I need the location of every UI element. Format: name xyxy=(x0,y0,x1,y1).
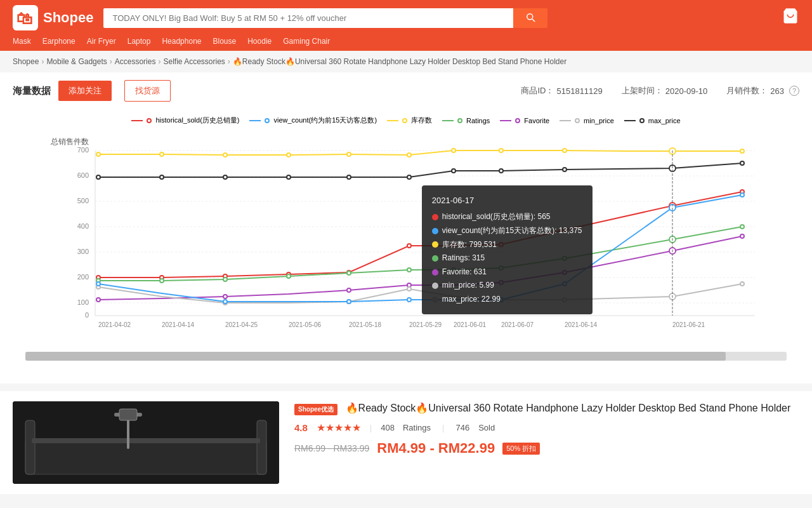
cart-button[interactable] xyxy=(782,7,799,29)
shopee-badge: Shopee优选 xyxy=(294,404,337,415)
chart-scrollbar[interactable] xyxy=(25,352,787,361)
sold-count: 746 xyxy=(455,423,469,432)
breadcrumb-shopee[interactable]: Shopee xyxy=(13,57,39,66)
svg-text:0: 0 xyxy=(85,311,89,319)
breadcrumb-mobile-gadgets[interactable]: Mobile & Gadgets xyxy=(46,57,107,66)
svg-point-38 xyxy=(499,149,503,152)
svg-point-39 xyxy=(563,149,566,152)
tooltip-dot-max-price xyxy=(432,297,438,303)
search-button[interactable] xyxy=(513,8,547,28)
svg-text:200: 200 xyxy=(77,273,89,281)
find-source-button[interactable]: 找货源 xyxy=(124,80,171,102)
svg-text:2021-04-25: 2021-04-25 xyxy=(225,321,258,328)
legend-view-count: view_count(约为前15天访客总数) xyxy=(249,116,377,125)
svg-point-44 xyxy=(223,175,227,179)
chart-scrollbar-thumb[interactable] xyxy=(25,352,726,361)
product-info: Shopee优选 🔥Ready Stock🔥Universal 360 Rota… xyxy=(279,401,799,484)
search-bar xyxy=(103,8,547,28)
breadcrumb-selfie-accessories[interactable]: Selfie Accessories xyxy=(163,57,225,66)
svg-point-49 xyxy=(499,169,503,173)
logo[interactable]: 🛍 Shopee xyxy=(13,5,93,30)
legend-favorite: Favorite xyxy=(500,116,549,125)
svg-point-93 xyxy=(347,300,351,304)
nav-links: Mask Earphone Air Fryer Laptop Headphone… xyxy=(0,36,812,51)
legend-ratings: Ratings xyxy=(442,116,490,125)
svg-point-94 xyxy=(407,298,411,302)
nav-headphone[interactable]: Headphone xyxy=(162,37,201,46)
svg-text:2021-06-07: 2021-06-07 xyxy=(501,321,534,328)
discount-badge: 50% 折扣 xyxy=(502,443,540,455)
header: 🛍 Shopee xyxy=(0,0,812,36)
product-image xyxy=(13,401,279,484)
chart-legend: historical_sold(历史总销量) view_count(约为前15天… xyxy=(19,116,793,125)
nav-hoodie[interactable]: Hoodie xyxy=(247,37,272,46)
tooltip-dot-inventory xyxy=(432,241,438,248)
svg-point-69 xyxy=(407,268,411,272)
svg-point-98 xyxy=(740,193,744,197)
svg-point-76 xyxy=(223,295,227,298)
svg-rect-103 xyxy=(257,420,266,474)
svg-point-66 xyxy=(223,277,227,281)
svg-text:300: 300 xyxy=(77,248,89,255)
analytics-section: 海量数据 添加关注 找货源 商品ID： 5151811129 上架时间： 202… xyxy=(0,72,812,384)
nav-earphone[interactable]: Earphone xyxy=(43,37,75,46)
svg-text:400: 400 xyxy=(77,222,89,230)
nav-laptop[interactable]: Laptop xyxy=(128,37,151,46)
tooltip-row-ratings: Ratings: 315 xyxy=(432,251,582,265)
svg-point-77 xyxy=(347,288,351,292)
chart-container: historical_sold(历史总销量) view_count(约为前15天… xyxy=(13,109,799,376)
product-stats: 4.8 ★★★★★ | 408 Ratings | 746 Sold xyxy=(294,422,799,434)
tooltip-row-min-price: min_price: 5.99 xyxy=(432,279,582,293)
nav-blouse[interactable]: Blouse xyxy=(213,37,236,46)
list-time-label: 上架时间： 2020-09-10 xyxy=(622,85,708,97)
tooltip-date: 2021-06-17 xyxy=(432,193,582,208)
svg-rect-107 xyxy=(119,409,137,420)
rating-stars: ★★★★★ xyxy=(317,422,361,434)
tooltip-dot-historical xyxy=(432,214,438,220)
svg-point-43 xyxy=(160,175,164,179)
svg-text:2021-05-18: 2021-05-18 xyxy=(349,321,382,328)
nav-mask[interactable]: Mask xyxy=(13,37,31,46)
breadcrumb: Shopee › Mobile & Gadgets › Accessories … xyxy=(0,51,812,72)
svg-point-42 xyxy=(96,175,100,179)
svg-rect-101 xyxy=(25,439,266,474)
svg-text:2021-06-01: 2021-06-01 xyxy=(454,321,487,328)
svg-point-74 xyxy=(740,225,744,229)
svg-rect-102 xyxy=(25,420,35,474)
svg-text:2021-04-02: 2021-04-02 xyxy=(98,321,131,328)
product-id-label: 商品ID： 5151811129 xyxy=(521,85,602,97)
search-icon xyxy=(525,11,536,23)
svg-point-41 xyxy=(740,149,744,153)
tooltip-row-max-price: max_price: 22.99 xyxy=(432,293,582,307)
breadcrumb-accessories[interactable]: Accessories xyxy=(115,57,156,66)
svg-text:100: 100 xyxy=(77,298,89,306)
add-follow-button[interactable]: 添加关注 xyxy=(58,81,112,101)
search-input[interactable] xyxy=(103,8,513,28)
analytics-title: 海量数据 xyxy=(13,85,51,97)
svg-point-45 xyxy=(287,175,291,179)
legend-inventory: 库存数 xyxy=(387,116,432,125)
sold-label: Sold xyxy=(478,423,495,432)
chart-tooltip: 2021-06-17 historical_sold(历史总销量): 565 v… xyxy=(422,185,593,314)
svg-point-86 xyxy=(407,287,411,291)
svg-point-46 xyxy=(347,175,351,179)
breadcrumb-product: 🔥Ready Stock🔥Universal 360 Rotate Handph… xyxy=(233,57,566,66)
nav-air-fryer[interactable]: Air Fryer xyxy=(87,37,116,46)
svg-point-82 xyxy=(740,234,744,238)
ratings-label: Ratings xyxy=(403,423,431,432)
shopee-logo-icon: 🛍 xyxy=(13,5,38,30)
nav-gaming-chair[interactable]: Gaming Chair xyxy=(283,37,330,46)
svg-point-90 xyxy=(740,282,744,286)
svg-point-75 xyxy=(96,298,100,302)
svg-text:700: 700 xyxy=(77,146,89,154)
price-original: RM6.99 - RM33.99 xyxy=(294,443,369,453)
legend-historical: historical_sold(历史总销量) xyxy=(131,116,239,125)
svg-point-32 xyxy=(160,152,164,156)
product-title: Shopee优选 🔥Ready Stock🔥Universal 360 Rota… xyxy=(294,401,799,415)
price-row: RM6.99 - RM33.99 RM4.99 - RM22.99 50% 折扣 xyxy=(294,440,799,457)
tooltip-dot-ratings xyxy=(432,255,438,262)
help-icon[interactable]: ? xyxy=(789,86,799,96)
product-image-svg xyxy=(13,401,279,484)
monthly-sales-label: 月销件数： 263 ? xyxy=(726,85,799,97)
svg-text:500: 500 xyxy=(77,197,89,204)
